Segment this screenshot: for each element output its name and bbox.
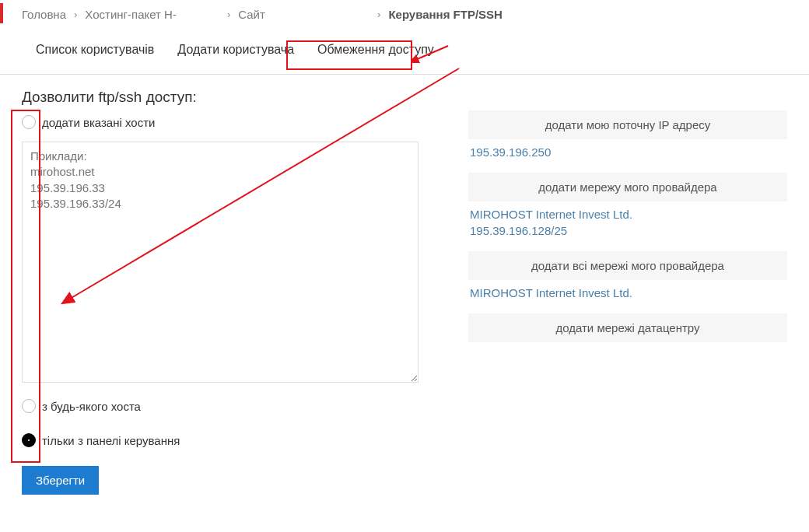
breadcrumb-site[interactable]: Сайт — [238, 8, 369, 21]
save-button[interactable]: Зберегти — [22, 466, 99, 495]
add-my-ip-detail[interactable]: 195.39.196.250 — [468, 139, 787, 160]
add-provider-net-button[interactable]: додати мережу мого провайдера — [468, 173, 787, 201]
breadcrumb: Головна › Хостинг-пакет H- › Сайт › Керу… — [0, 0, 809, 29]
chevron-right-icon: › — [227, 9, 230, 20]
tab-access-restriction[interactable]: Обмеження доступу — [314, 38, 437, 61]
radio-panel-only[interactable] — [22, 433, 36, 447]
add-provider-all-button[interactable]: додати всі мережі мого провайдера — [468, 251, 787, 280]
add-my-ip-block: додати мою поточну IP адресу 195.39.196.… — [468, 110, 787, 160]
chevron-right-icon: › — [74, 9, 77, 20]
add-dc-button[interactable]: додати мережі датацентру — [468, 313, 787, 342]
redacted — [268, 10, 369, 21]
breadcrumb-home[interactable]: Головна — [22, 8, 66, 21]
chevron-right-icon: › — [377, 9, 380, 20]
breadcrumb-package[interactable]: Хостинг-пакет H- — [85, 8, 219, 21]
breadcrumb-current: Керування FTP/SSH — [388, 8, 503, 21]
radio-add-hosts-row[interactable]: додати вказані хости — [22, 115, 426, 129]
radio-add-hosts[interactable] — [22, 115, 36, 129]
add-provider-all-detail[interactable]: MIROHOST Internet Invest Ltd. — [468, 280, 787, 301]
add-provider-net-block: додати мережу мого провайдера MIROHOST I… — [468, 173, 787, 239]
redacted — [177, 10, 219, 21]
tabs: Список користувачів Додати користувача О… — [0, 29, 809, 75]
radio-any-host-label: з будь-якого хоста — [42, 400, 141, 413]
radio-panel-only-row[interactable]: тільки з панелі керування — [22, 433, 426, 447]
hosts-textarea[interactable] — [22, 142, 419, 383]
add-my-ip-button[interactable]: додати мою поточну IP адресу — [468, 110, 787, 139]
add-provider-net-detail[interactable]: MIROHOST Internet Invest Ltd. 195.39.196… — [468, 201, 787, 239]
radio-any-host[interactable] — [22, 399, 36, 413]
add-dc-block: додати мережі датацентру — [468, 313, 787, 342]
section-title: Дозволити ftp/ssh доступ: — [22, 89, 426, 106]
radio-panel-only-label: тільки з панелі керування — [42, 434, 180, 447]
add-provider-all-block: додати всі мережі мого провайдера MIROHO… — [468, 251, 787, 301]
tab-users-list[interactable]: Список користувачів — [33, 38, 157, 61]
radio-any-host-row[interactable]: з будь-якого хоста — [22, 399, 426, 413]
radio-add-hosts-label: додати вказані хости — [42, 116, 155, 129]
tab-add-user[interactable]: Додати користувача — [174, 38, 297, 61]
